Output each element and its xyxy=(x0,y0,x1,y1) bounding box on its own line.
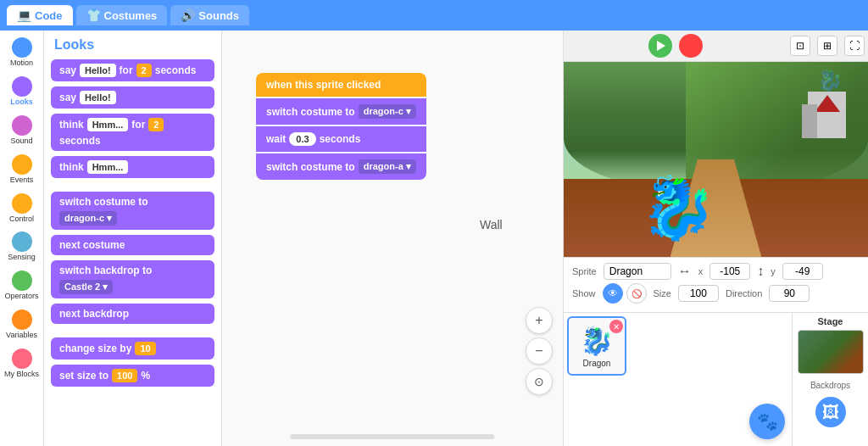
sidebar-item-variables[interactable]: Variables xyxy=(0,306,43,343)
green-flag-button[interactable] xyxy=(648,34,672,58)
block-when-clicked[interactable]: when this sprite clicked xyxy=(256,73,426,97)
control-circle xyxy=(12,193,32,214)
sprite-info-row1: Sprite ↔ x ↕ y xyxy=(572,263,860,280)
motion-circle xyxy=(12,37,32,58)
scripts-area: when this sprite clicked switch costume … xyxy=(222,31,563,446)
show-hidden-button[interactable]: 🚫 xyxy=(626,283,647,304)
wall-text: Wall xyxy=(480,218,503,231)
sidebar-item-sensing[interactable]: Sensing xyxy=(0,228,43,265)
stop-button[interactable] xyxy=(679,34,703,58)
block-script-switch-costume-c[interactable]: switch costume to dragon-c ▾ xyxy=(256,98,426,125)
events-circle xyxy=(12,154,32,175)
block-say-hello[interactable]: say Hello! xyxy=(51,86,214,109)
category-sidebar: Motion Looks Sound Events Control Sensin… xyxy=(0,31,44,446)
sidebar-item-myblocks[interactable]: My Blocks xyxy=(0,345,43,382)
block-switch-costume[interactable]: switch costume to dragon-c ▾ xyxy=(51,192,214,230)
sound-circle xyxy=(12,115,32,136)
sprite-y-input[interactable] xyxy=(782,263,823,280)
stage-panel: Stage Backdrops 🖼 xyxy=(792,313,868,446)
sprites-and-stage: ✕ 🐉 Dragon 🐾 Stage Backdrops 🖼 xyxy=(564,312,868,446)
block-script-wait[interactable]: wait 0.3 seconds xyxy=(256,126,426,152)
block-next-costume[interactable]: next costume xyxy=(51,235,214,255)
sidebar-item-control[interactable]: Control xyxy=(0,190,43,227)
sidebar-item-sound[interactable]: Sound xyxy=(0,112,43,149)
script-container: when this sprite clicked switch costume … xyxy=(256,73,426,181)
sidebar-item-motion[interactable]: Motion xyxy=(0,34,43,71)
operators-circle xyxy=(12,270,32,291)
tab-sounds[interactable]: 🔊 Sounds xyxy=(170,5,249,25)
shrink-stage-button[interactable]: ⊡ xyxy=(790,36,810,56)
code-icon: 💻 xyxy=(17,8,31,22)
show-visible-button[interactable]: 👁 xyxy=(603,283,623,304)
main-layout: Motion Looks Sound Events Control Sensin… xyxy=(0,31,868,446)
sprites-list: ✕ 🐉 Dragon xyxy=(564,313,792,379)
looks-circle xyxy=(12,76,32,97)
block-change-size[interactable]: change size by 10 xyxy=(51,337,214,360)
stage-area: ⊡ ⊞ ⛶ 🐉 xyxy=(563,31,868,446)
move-arrows-icon: ↔ xyxy=(678,264,692,279)
stage-thumb-bg xyxy=(798,331,863,373)
expand-stage-button[interactable]: ⊞ xyxy=(817,36,837,56)
variables-circle xyxy=(12,309,32,330)
myblocks-circle xyxy=(12,348,32,369)
add-sprite-button[interactable]: 🐾 xyxy=(749,404,785,439)
sprite-x-input[interactable] xyxy=(709,263,750,280)
blocks-panel-title: Looks xyxy=(51,37,214,53)
top-bar: 💻 Code 👕 Costumes 🔊 Sounds xyxy=(0,0,868,31)
sprite-size-input[interactable] xyxy=(678,285,719,302)
blocks-panel: Looks say Hello! for 2 seconds say Hello… xyxy=(44,31,222,446)
sprite-list-wrapper: ✕ 🐉 Dragon 🐾 xyxy=(564,313,792,446)
block-switch-backdrop[interactable]: switch backdrop to Castle 2 ▾ xyxy=(51,260,214,298)
dragon-watermark: 🐉 xyxy=(817,69,843,92)
sprite-thumb-dragon[interactable]: ✕ 🐉 Dragon xyxy=(567,316,626,376)
castle-tower-left xyxy=(802,104,817,138)
sidebar-item-events[interactable]: Events xyxy=(0,151,43,188)
dragon-thumb-icon: 🐉 xyxy=(580,325,614,357)
sprite-direction-input[interactable] xyxy=(769,285,810,302)
sprite-info-row2: Show 👁 🚫 Size Direction xyxy=(572,283,860,304)
add-sprite-icon: 🐾 xyxy=(757,411,778,432)
costumes-icon: 👕 xyxy=(86,8,101,22)
flag-icon xyxy=(654,39,667,53)
block-think[interactable]: think Hmm... xyxy=(51,156,214,178)
block-say-hello-seconds[interactable]: say Hello! for 2 seconds xyxy=(51,59,214,81)
horizontal-scrollbar[interactable] xyxy=(290,434,494,439)
zoom-in-button[interactable]: + xyxy=(526,307,553,334)
stage-thumbnail[interactable] xyxy=(798,330,864,374)
height-arrow-icon: ↕ xyxy=(757,264,764,279)
svg-marker-0 xyxy=(657,41,665,51)
sensing-circle xyxy=(12,231,32,252)
sounds-icon: 🔊 xyxy=(181,8,195,22)
castle xyxy=(802,92,853,138)
block-set-size[interactable]: set size to 100 % xyxy=(51,365,214,387)
block-script-switch-costume-a[interactable]: switch costume to dragon-a ▾ xyxy=(256,153,426,180)
zoom-center-button[interactable]: ⊙ xyxy=(526,368,553,395)
sprite-info-panel: Sprite ↔ x ↕ y Show 👁 🚫 Size Direction xyxy=(564,257,868,312)
sidebar-item-looks[interactable]: Looks xyxy=(0,73,43,110)
fullscreen-button[interactable]: ⛶ xyxy=(844,36,865,56)
add-backdrop-icon: 🖼 xyxy=(822,403,839,422)
scene-background: 🐉 🐉 xyxy=(564,62,868,257)
add-backdrop-button[interactable]: 🖼 xyxy=(815,397,846,427)
tab-code[interactable]: 💻 Code xyxy=(7,5,73,25)
show-buttons: 👁 🚫 xyxy=(603,283,647,304)
stage-canvas: 🐉 🐉 xyxy=(564,62,868,257)
block-think-seconds[interactable]: think Hmm... for 2 seconds xyxy=(51,114,214,151)
sprite-name-input[interactable] xyxy=(604,263,671,280)
block-next-backdrop[interactable]: next backdrop xyxy=(51,304,214,324)
zoom-out-button[interactable]: − xyxy=(526,337,553,365)
tab-costumes[interactable]: 👕 Costumes xyxy=(76,5,168,25)
stage-controls: ⊡ ⊞ ⛶ xyxy=(564,31,868,62)
sidebar-item-operators[interactable]: Operators xyxy=(0,267,43,304)
dragon-sprite: 🐉 xyxy=(640,172,716,244)
zoom-controls: + − ⊙ xyxy=(526,307,553,395)
